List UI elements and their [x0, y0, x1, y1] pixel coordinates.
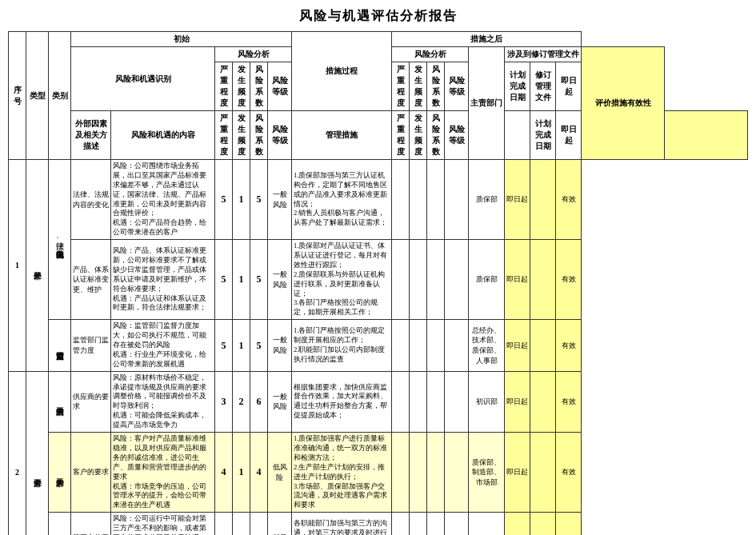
complete-cell [530, 160, 556, 240]
header-plan-label: 计划完成日期 [530, 111, 556, 160]
header-fac2-label: 风险系数 [427, 111, 445, 160]
type-cell: 外部要求 [26, 160, 49, 372]
header-freq-label: 发生频度 [233, 111, 250, 160]
header-sev2-label: 严重程度 [392, 111, 410, 160]
numeric-cell: 4 [250, 433, 268, 513]
header-dept: 主责部门 [469, 47, 505, 160]
complete-cell [530, 320, 556, 371]
eval-cell: 有效 [556, 433, 582, 513]
dept-cell: 初识部 [469, 371, 505, 432]
level-cell: 低风险 [268, 513, 292, 535]
level-cell: 低风险 [268, 433, 292, 513]
numeric-cell: 5 [250, 320, 268, 371]
header-sev-label: 严重程度 [215, 111, 233, 160]
header-external: 外部因素及相关方描述 [71, 111, 111, 160]
level-cell: 一般风险 [268, 160, 292, 240]
after-metric-0 [392, 513, 410, 535]
header-file-label: 即日起 [556, 111, 582, 160]
content-cell: 风险：公司运行中可能会对第三方产生不利的影响，或者第三方的要求公司日前无法满足，… [111, 513, 215, 535]
after-metric-1 [410, 513, 427, 535]
after-metric-2 [427, 371, 445, 432]
after-metric-3 [445, 320, 469, 371]
after-metric-2 [427, 160, 445, 240]
header-risk-analysis: 风险分析 [215, 47, 292, 62]
numeric-cell: 1 [233, 240, 250, 320]
level-cell: 一般风险 [268, 240, 292, 320]
after-metric-1 [410, 240, 427, 320]
header-freq2-label: 发生频度 [410, 111, 427, 160]
numeric-cell: 5 [215, 240, 233, 320]
external-cell: 法律、法规内容的变化 [71, 160, 111, 240]
external-cell: 供应商的要求 [71, 371, 111, 432]
after-metric-1 [410, 371, 427, 432]
eval-cell: 有效 [556, 320, 582, 371]
header-complete: 修订管理文件 [530, 62, 556, 111]
subtype-cell: 法律、法规内容的变化 [49, 160, 71, 320]
after-metric-1 [410, 433, 427, 513]
level-cell: 一般风险 [268, 320, 292, 371]
header-frequency: 发生频度 [233, 62, 250, 111]
content-cell: 风险：原材料市场价不稳定，承诺提市场规及供应商的要求调整价格，可能报调价价不及时… [111, 371, 215, 432]
plan-cell: 即日起 [505, 160, 530, 240]
after-metric-3 [445, 371, 469, 432]
header-severity2: 严重程度 [392, 62, 410, 111]
eval-cell: 有效 [556, 160, 582, 240]
header-severity: 严重程度 [215, 62, 233, 111]
complete-cell [530, 513, 556, 535]
header-frequency2: 发生频度 [410, 62, 427, 111]
header-file: 即日起 [556, 62, 582, 111]
numeric-cell: 4 [250, 513, 268, 535]
numeric-cell: 4 [215, 433, 233, 513]
after-metric-0 [392, 371, 410, 432]
after-metric-3 [445, 513, 469, 535]
subtype-cell: 供应商的要求 [49, 371, 71, 432]
plan-cell: 即日起 [505, 371, 530, 432]
plan-cell: 即日起 [505, 240, 530, 320]
complete-cell [530, 371, 556, 432]
plan-cell: 即日起 [505, 320, 530, 371]
subtype-cell: 监管部门监管力度 [49, 320, 71, 371]
level-cell: 一般风险 [268, 371, 292, 432]
after-metric-1 [410, 320, 427, 371]
eval-cell: 有效 [556, 240, 582, 320]
header-plan-modify: 计划完成日期 [505, 62, 530, 111]
dept-cell: 质保部 [469, 240, 505, 320]
header-subtype: 类别 [49, 32, 71, 160]
measure-cell: 根据集团要求，加快供应商监督合作效果，加大对采购料、通过生功料开始整合方案，帮促… [292, 371, 392, 432]
header-after: 措施之后 [392, 32, 582, 47]
after-metric-2 [427, 320, 445, 371]
after-metric-2 [427, 240, 445, 320]
complete-cell [530, 240, 556, 320]
eval-cell: 有效 [556, 371, 582, 432]
after-metric-2 [427, 433, 445, 513]
numeric-cell: 1 [233, 160, 250, 240]
header-dept-label [505, 111, 530, 160]
measure-cell: 1.各部门严格按照公司的规定制度开展相应的工作； 2.职能部门加以公司内部制度执… [292, 320, 392, 371]
external-cell: 第三方的要求 [71, 513, 111, 535]
header-eval: 评价措施有效性 [582, 47, 665, 160]
page-title: 风险与机遇评估分析报告 [8, 8, 748, 25]
dept-cell: 总经办、技术部、质保部、人事部 [469, 320, 505, 371]
header-eval-blank [665, 111, 748, 160]
header-risk-analysis2: 风险分析 [392, 47, 469, 62]
header-fac-label: 风险系数 [250, 111, 268, 160]
numeric-cell: 1 [233, 433, 250, 513]
after-metric-0 [392, 433, 410, 513]
numeric-cell: 5 [250, 240, 268, 320]
numeric-cell: 4 [215, 513, 233, 535]
complete-cell [530, 433, 556, 513]
header-process: 措施过程 [292, 32, 392, 111]
dept-cell: 质保部、制造部、市场部 [469, 433, 505, 513]
content-cell: 风险：监管部门监督力度加大，如公司执行不规范，可能存在被处罚的风险 机遇：行业生… [111, 320, 215, 371]
plan-cell: 即日起 [505, 433, 530, 513]
header-involving: 涉及到修订管理文件 [505, 47, 582, 62]
content-cell: 风险：公司围绕市场业务拓展，出口至其国家产品标准要求偏差不够，产品未通过认证，国… [111, 160, 215, 240]
header-lev2-label: 风险等级 [445, 111, 469, 160]
external-cell: 客户的要求 [71, 433, 111, 513]
header-level2: 风险等级 [445, 62, 469, 111]
header-factor: 风险系数 [250, 62, 268, 111]
measure-cell: 各职能部门加强与第三方的沟通，对第三方的要求及时进行处理，必要时对公司相关部门进… [292, 513, 392, 535]
dept-cell: 质保部 [469, 513, 505, 535]
main-table: 序号 类型 类别 初始 措施过程 措施之后 风险和机遇识别 风险分析 风险分析 … [8, 31, 748, 535]
external-cell: 监管部门监管力度 [71, 320, 111, 371]
